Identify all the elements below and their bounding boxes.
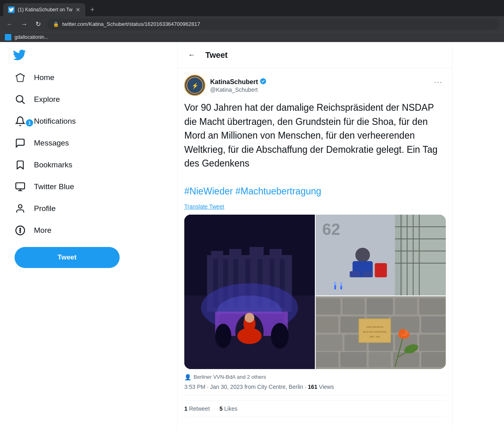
tweet-views-count: 161	[308, 384, 317, 390]
svg-rect-63	[342, 298, 365, 314]
sidebar-item-more-label: More	[34, 226, 51, 235]
svg-text:⚡: ⚡	[192, 82, 199, 89]
svg-rect-72	[316, 335, 342, 351]
twitter-logo[interactable]	[13, 49, 26, 64]
author-name-row: KatinaSchubert	[210, 78, 267, 87]
sidebar-item-messages-label: Messages	[34, 139, 69, 148]
bookmark-label[interactable]: gdallocationin...	[15, 34, 48, 40]
sidebar-item-bookmarks-label: Bookmarks	[34, 160, 72, 169]
author-display-name[interactable]: KatinaSchubert	[210, 78, 258, 86]
svg-rect-71	[421, 317, 445, 333]
sidebar-item-profile[interactable]: Profile	[8, 198, 169, 219]
main-content: ← Tweet ⚡	[178, 42, 453, 430]
svg-rect-20	[229, 249, 241, 259]
svg-rect-21	[249, 247, 264, 259]
messages-icon	[15, 138, 26, 148]
new-tab-button[interactable]: +	[87, 4, 98, 16]
bookmark-favicon	[5, 34, 11, 40]
svg-rect-81	[421, 352, 445, 367]
svg-point-36	[271, 323, 289, 349]
svg-rect-77	[316, 352, 338, 367]
svg-rect-54	[350, 271, 360, 277]
tweet-image-bottom-right[interactable]: HIER WOHNTE MAX MUSTERMANN 1890 - 1942	[316, 296, 446, 369]
more-icon	[15, 225, 26, 236]
back-button[interactable]: ←	[184, 48, 199, 62]
author-details: KatinaSchubert @Katina_Schubert	[210, 78, 267, 93]
url-bar[interactable]: 🔒 twitter.com/Katina_Schubert/status/162…	[47, 19, 499, 30]
explore-icon	[15, 94, 26, 105]
browser-tab-bar: (1) KatinaSchubert on Tw ✕ +	[0, 0, 504, 16]
sidebar-navigation: Home Explore 1	[8, 68, 169, 241]
tweet-divider	[184, 395, 446, 395]
sidebar-item-home-label: Home	[34, 73, 55, 82]
svg-point-12	[20, 232, 21, 232]
tweet-timestamp: 3:53 PM · Jan 30, 2023 from City Centre,…	[184, 384, 308, 390]
notifications-icon: 1	[15, 116, 26, 127]
tweet-compose-button[interactable]: Tweet	[15, 247, 120, 268]
tagged-icon: 👤	[184, 374, 191, 380]
sidebar-item-twitter-blue[interactable]: Twitter Blue	[8, 177, 169, 197]
twitter-blue-icon	[15, 181, 26, 192]
engagement-stats: 1 Retweet 5 Likes	[184, 400, 446, 417]
svg-point-58	[334, 281, 336, 285]
tweet-image-top-right[interactable]: 62	[316, 215, 446, 295]
svg-rect-76	[419, 335, 445, 351]
forward-navigation-button[interactable]: →	[19, 19, 29, 30]
svg-rect-78	[340, 352, 367, 367]
sidebar-item-notifications[interactable]: 1 Notifications	[8, 111, 169, 131]
svg-point-5	[19, 205, 22, 208]
retweet-count: 1	[184, 405, 188, 412]
sidebar-item-messages[interactable]: Messages	[8, 133, 169, 153]
sidebar-item-bookmarks[interactable]: Bookmarks	[8, 155, 169, 175]
notifications-badge: 1	[26, 119, 33, 127]
svg-text:HIER WOHNTE: HIER WOHNTE	[366, 326, 383, 328]
sidebar-item-home[interactable]: Home	[8, 68, 169, 88]
sidebar-item-more[interactable]: More	[8, 220, 169, 241]
avatar-image: ⚡	[184, 75, 205, 96]
reload-button[interactable]: ↻	[34, 19, 42, 30]
tweet-more-options-button[interactable]: ···	[431, 75, 446, 90]
svg-text:1890 - 1942: 1890 - 1942	[369, 335, 380, 338]
avatar[interactable]: ⚡	[184, 75, 205, 96]
svg-text:MAX MUSTERMANN: MAX MUSTERMANN	[363, 331, 386, 333]
svg-line-1	[22, 101, 25, 104]
svg-point-34	[215, 324, 231, 348]
svg-rect-79	[369, 352, 391, 367]
likes-stat[interactable]: 5 Likes	[219, 405, 237, 412]
sidebar-item-notifications-label: Notifications	[34, 117, 76, 126]
profile-icon	[15, 203, 26, 214]
svg-text:62: 62	[322, 220, 340, 238]
tweet-author-row: ⚡ KatinaSchubert	[184, 75, 446, 96]
tweet-meta: 3:53 PM · Jan 30, 2023 from City Centre,…	[184, 384, 446, 390]
tab-title: (1) KatinaSchubert on Tw	[18, 7, 72, 13]
twitter-app: Home Explore 1	[0, 42, 504, 430]
back-navigation-button[interactable]: ←	[5, 19, 15, 30]
tweet-image-main[interactable]	[184, 215, 315, 369]
retweet-stat[interactable]: 1 Retweet	[184, 405, 210, 412]
sidebar-item-explore[interactable]: Explore	[8, 89, 169, 110]
tweet-image-grid[interactable]: 62	[184, 215, 446, 369]
tab-favicon	[8, 6, 15, 13]
tagged-users[interactable]: 👤 Berliner VVN-BdA and 2 others	[184, 374, 446, 380]
sidebar-item-explore-label: Explore	[34, 95, 60, 104]
svg-rect-66	[419, 298, 445, 314]
svg-point-91	[399, 329, 405, 335]
tweet-hashtags[interactable]: #NieWieder #Machtuebertragung	[184, 186, 321, 196]
author-handle[interactable]: @Katina_Schubert	[210, 87, 267, 93]
tab-close-button[interactable]: ✕	[76, 6, 80, 13]
tagged-users-text: Berliner VVN-BdA and 2 others	[194, 374, 266, 380]
tweet-views-label: Views	[319, 384, 334, 390]
translate-tweet-link[interactable]: Translate Tweet	[184, 203, 446, 210]
retweet-label: Retweet	[189, 405, 210, 412]
browser-tab-active[interactable]: (1) KatinaSchubert on Tw ✕	[3, 3, 85, 16]
svg-point-10	[20, 228, 21, 229]
lock-icon: 🔒	[53, 21, 59, 27]
url-text: twitter.com/Katina_Schubert/status/16201…	[62, 21, 200, 27]
verified-badge	[259, 78, 267, 87]
browser-address-bar: ← → ↻ 🔒 twitter.com/Katina_Schubert/stat…	[0, 16, 504, 32]
home-icon	[15, 72, 26, 83]
svg-point-60	[340, 282, 342, 286]
svg-point-39	[245, 313, 254, 323]
bookmarks-bar: gdallocationin...	[0, 32, 504, 42]
tweet-header-title: Tweet	[205, 51, 228, 60]
